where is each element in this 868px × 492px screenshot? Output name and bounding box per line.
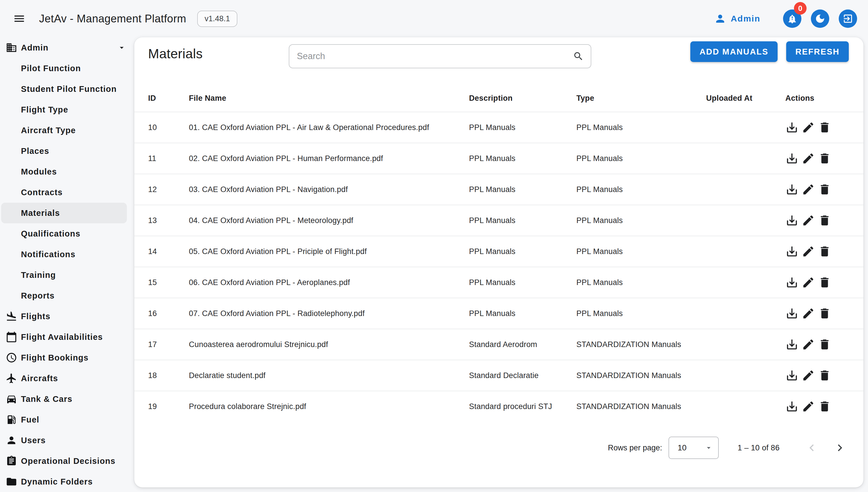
download-button[interactable]	[785, 338, 798, 351]
menu-icon	[13, 13, 26, 25]
cell-id: 18	[134, 360, 189, 391]
add-manuals-button[interactable]: ADD MANUALS	[690, 41, 777, 62]
delete-icon	[818, 369, 831, 382]
edit-button[interactable]	[802, 400, 815, 413]
sidebar-item-fuel[interactable]: Fuel	[0, 409, 134, 430]
download-button[interactable]	[785, 307, 798, 320]
cell-file-name: 06. CAE Oxford Aviation PPL - Aeroplanes…	[189, 267, 469, 298]
sidebar: Admin Pilot Function Student Pilot Funct…	[0, 37, 134, 492]
sidebar-item-operational-decisions[interactable]: Operational Decisions	[0, 451, 134, 471]
edit-button[interactable]	[802, 183, 815, 196]
user-chip[interactable]: Admin	[714, 13, 760, 25]
sidebar-item-materials[interactable]: Materials	[1, 203, 127, 223]
download-button[interactable]	[785, 276, 798, 289]
next-page-button[interactable]	[833, 441, 847, 455]
sidebar-item-qualifications[interactable]: Qualifications	[0, 223, 134, 244]
delete-button[interactable]	[818, 183, 831, 196]
sidebar-item-reports[interactable]: Reports	[0, 285, 134, 306]
logout-button[interactable]	[839, 9, 857, 28]
download-icon	[785, 183, 798, 196]
delete-button[interactable]	[818, 307, 831, 320]
edit-button[interactable]	[802, 307, 815, 320]
sidebar-item-training[interactable]: Training	[0, 265, 134, 285]
sidebar-item-users[interactable]: Users	[0, 430, 134, 451]
column-header-description: Description	[469, 69, 576, 112]
sidebar-item-flight-availabilities[interactable]: Flight Availabilities	[0, 327, 134, 347]
cell-actions	[785, 174, 863, 205]
sidebar-item-admin[interactable]: Admin	[0, 37, 134, 58]
app-title: JetAv - Management Platform	[39, 13, 186, 25]
notification-badge: 0	[794, 2, 807, 15]
previous-page-button[interactable]	[805, 441, 819, 455]
sidebar-item-places[interactable]: Places	[0, 141, 134, 161]
sidebar-item-pilot-function[interactable]: Pilot Function	[0, 58, 134, 79]
edit-button[interactable]	[802, 276, 815, 289]
cell-uploaded-at	[706, 298, 785, 329]
download-button[interactable]	[785, 214, 798, 227]
card-header: Materials ADD MANUALS REFRESH	[134, 37, 863, 69]
delete-button[interactable]	[818, 338, 831, 351]
delete-button[interactable]	[818, 214, 831, 227]
delete-button[interactable]	[818, 152, 831, 165]
sidebar-item-tank-cars[interactable]: Tank & Cars	[0, 389, 134, 409]
sidebar-item-modules[interactable]: Modules	[0, 161, 134, 182]
pagination: Rows per page: 10 1 – 10 of 86	[134, 422, 863, 459]
delete-button[interactable]	[818, 276, 831, 289]
search-icon[interactable]	[573, 51, 584, 62]
edit-button[interactable]	[802, 369, 815, 382]
sidebar-item-aircrafts[interactable]: Aircrafts	[0, 368, 134, 389]
edit-button[interactable]	[802, 338, 815, 351]
menu-button[interactable]	[12, 11, 26, 26]
sidebar-item-notifications[interactable]: Notifications	[0, 244, 134, 265]
cell-actions	[785, 391, 863, 422]
cell-id: 15	[134, 267, 189, 298]
sidebar-item-flight-bookings[interactable]: Flight Bookings	[0, 347, 134, 368]
sidebar-item-flights[interactable]: Flights	[0, 306, 134, 327]
column-header-actions: Actions	[785, 69, 863, 112]
sidebar-item-flight-type[interactable]: Flight Type	[0, 99, 134, 120]
download-button[interactable]	[785, 245, 798, 258]
delete-button[interactable]	[818, 400, 831, 413]
edit-button[interactable]	[802, 214, 815, 227]
delete-button[interactable]	[818, 369, 831, 382]
download-icon	[785, 400, 798, 413]
sidebar-item-aircraft-type[interactable]: Aircraft Type	[0, 120, 134, 141]
delete-button[interactable]	[818, 121, 831, 134]
edit-button[interactable]	[802, 245, 815, 258]
sidebar-item-student-pilot-function[interactable]: Student Pilot Function	[0, 79, 134, 99]
download-button[interactable]	[785, 369, 798, 382]
download-icon	[785, 307, 798, 320]
edit-button[interactable]	[802, 152, 815, 165]
refresh-button[interactable]: REFRESH	[786, 41, 849, 62]
download-button[interactable]	[785, 183, 798, 196]
cell-type: PPL Manuals	[576, 236, 706, 267]
clipboard-icon	[6, 455, 17, 467]
rows-per-page-value: 10	[678, 443, 687, 452]
dark-mode-button[interactable]	[811, 9, 829, 28]
rows-per-page-select[interactable]: 10	[669, 437, 719, 459]
moon-icon	[815, 13, 825, 24]
notifications-button[interactable]: 0	[783, 9, 801, 28]
cell-id: 11	[134, 143, 189, 174]
search-input[interactable]	[297, 51, 573, 62]
page-title: Materials	[148, 46, 203, 62]
download-button[interactable]	[785, 152, 798, 165]
download-icon	[785, 214, 798, 227]
cell-description: PPL Manuals	[469, 236, 576, 267]
download-button[interactable]	[785, 400, 798, 413]
delete-button[interactable]	[818, 245, 831, 258]
delete-icon	[818, 276, 831, 289]
content-card: Materials ADD MANUALS REFRESH ID File Na…	[134, 37, 863, 487]
cell-uploaded-at	[706, 391, 785, 422]
download-icon	[785, 338, 798, 351]
version-badge: v1.48.1	[197, 10, 238, 27]
chevron-left-icon	[805, 441, 819, 455]
cell-description: Standard Declaratie	[469, 360, 576, 391]
sidebar-item-label: Admin	[21, 43, 49, 52]
cell-description: Standard Aerodrom	[469, 329, 576, 360]
cell-uploaded-at	[706, 112, 785, 143]
edit-button[interactable]	[802, 121, 815, 134]
sidebar-item-contracts[interactable]: Contracts	[0, 182, 134, 203]
sidebar-item-dynamic-folders[interactable]: Dynamic Folders	[0, 471, 134, 492]
download-button[interactable]	[785, 121, 798, 134]
